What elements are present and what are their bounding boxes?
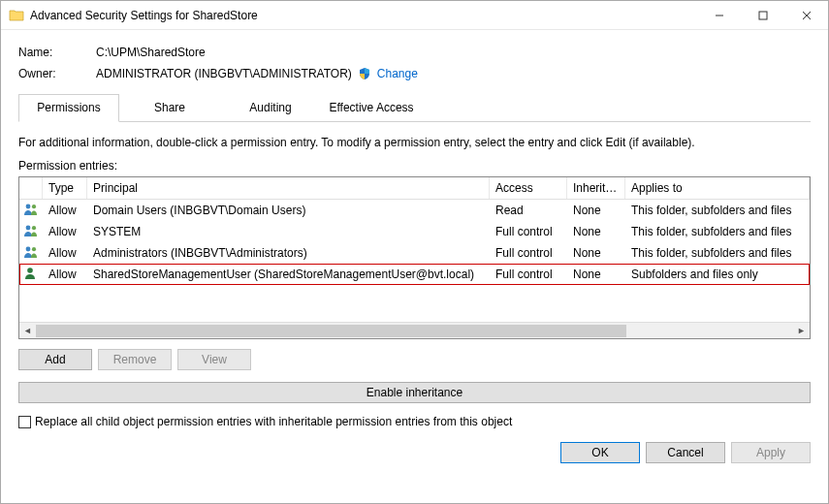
cell-access: Full control [490, 242, 567, 264]
person-icon [23, 267, 39, 280]
cell-principal: SharedStoreManagementUser (SharedStoreMa… [87, 264, 490, 285]
entries-label: Permission entries: [18, 159, 811, 173]
cell-applies: This folder, subfolders and files [625, 242, 810, 264]
window-title: Advanced Security Settings for SharedSto… [30, 9, 697, 22]
cell-inherited: None [567, 242, 625, 264]
name-label: Name: [18, 46, 96, 59]
people-icon [23, 203, 39, 216]
tab-effective-access[interactable]: Effective Access [321, 94, 422, 121]
owner-label: Owner: [18, 67, 96, 80]
inheritance-row: Enable inheritance [18, 382, 811, 403]
col-type[interactable]: Type [43, 177, 87, 199]
table-row[interactable]: AllowSharedStoreManagementUser (SharedSt… [19, 264, 810, 285]
svg-rect-1 [759, 12, 767, 19]
cell-applies: This folder, subfolders and files [625, 200, 810, 221]
owner-value: ADMINISTRATOR (INBGBVT\ADMINISTRATOR) [96, 67, 352, 80]
svg-point-8 [26, 246, 31, 251]
scroll-right-icon[interactable]: ► [793, 323, 810, 339]
people-icon [23, 224, 39, 237]
svg-point-4 [26, 204, 31, 208]
cell-principal: SYSTEM [87, 221, 490, 242]
cell-inherited: None [567, 221, 625, 242]
titlebar: Advanced Security Settings for SharedSto… [1, 1, 828, 30]
ok-button[interactable]: OK [560, 442, 640, 463]
tab-permissions[interactable]: Permissions [18, 94, 119, 122]
security-settings-window: Advanced Security Settings for SharedSto… [0, 0, 829, 504]
col-inherited[interactable]: Inherite... [567, 177, 625, 199]
owner-row: Owner: ADMINISTRATOR (INBGBVT\ADMINISTRA… [18, 63, 811, 84]
svg-point-6 [26, 225, 31, 230]
maximize-button[interactable] [741, 1, 784, 29]
grid-body: AllowDomain Users (INBGBVT\Domain Users)… [19, 200, 810, 322]
name-row: Name: C:\UPM\SharedStore [18, 42, 811, 63]
grid-header: Type Principal Access Inherite... Applie… [19, 177, 810, 200]
tabs: Permissions Share Auditing Effective Acc… [18, 94, 811, 122]
svg-point-7 [32, 226, 36, 230]
cell-applies: Subfolders and files only [625, 264, 810, 285]
close-button[interactable] [784, 1, 828, 29]
minimize-button[interactable] [697, 1, 741, 29]
cell-type: Allow [43, 264, 87, 285]
cell-access: Full control [490, 264, 567, 285]
cell-type: Allow [43, 200, 87, 221]
cell-access: Read [490, 200, 567, 221]
shield-icon [358, 67, 371, 80]
cell-type: Allow [43, 242, 87, 264]
folder-icon [9, 8, 24, 23]
footer-buttons: OK Cancel Apply [18, 428, 811, 463]
table-row[interactable]: AllowDomain Users (INBGBVT\Domain Users)… [19, 200, 810, 221]
apply-button: Apply [731, 442, 811, 463]
entry-buttons: Add Remove View [18, 349, 811, 370]
enable-inheritance-button[interactable]: Enable inheritance [18, 382, 811, 403]
scroll-thumb[interactable] [36, 325, 626, 337]
col-access[interactable]: Access [490, 177, 567, 199]
cell-principal: Domain Users (INBGBVT\Domain Users) [87, 200, 490, 221]
replace-check-label: Replace all child object permission entr… [35, 415, 512, 428]
col-principal[interactable]: Principal [87, 177, 490, 199]
col-icon[interactable] [19, 177, 43, 199]
cancel-button[interactable]: Cancel [646, 442, 725, 463]
change-owner-link[interactable]: Change [377, 67, 418, 80]
tab-auditing[interactable]: Auditing [220, 94, 321, 121]
horizontal-scrollbar[interactable]: ◄ ► [19, 322, 810, 338]
people-icon [23, 245, 39, 259]
svg-point-9 [32, 247, 36, 251]
replace-check-row[interactable]: Replace all child object permission entr… [18, 415, 811, 428]
cell-access: Full control [490, 221, 567, 242]
dialog-body: Name: C:\UPM\SharedStore Owner: ADMINIST… [1, 30, 828, 503]
cell-principal: Administrators (INBGBVT\Administrators) [87, 242, 490, 264]
scroll-left-icon[interactable]: ◄ [19, 323, 36, 339]
cell-applies: This folder, subfolders and files [625, 221, 810, 242]
name-value: C:\UPM\SharedStore [96, 46, 206, 59]
col-applies[interactable]: Applies to [625, 177, 810, 199]
replace-checkbox[interactable] [18, 416, 31, 428]
table-row[interactable]: AllowAdministrators (INBGBVT\Administrat… [19, 242, 810, 264]
cell-type: Allow [43, 221, 87, 242]
cell-inherited: None [567, 200, 625, 221]
view-button: View [177, 349, 251, 370]
table-row[interactable]: AllowSYSTEMFull controlNoneThis folder, … [19, 221, 810, 242]
scroll-track[interactable] [36, 323, 793, 338]
cell-inherited: None [567, 264, 625, 285]
tab-share[interactable]: Share [119, 94, 220, 121]
remove-button: Remove [98, 349, 172, 370]
svg-point-10 [27, 268, 33, 273]
svg-point-5 [32, 205, 36, 208]
permission-entries-grid[interactable]: Type Principal Access Inherite... Applie… [18, 176, 811, 339]
add-button[interactable]: Add [18, 349, 92, 370]
info-text: For additional information, double-click… [18, 136, 811, 149]
